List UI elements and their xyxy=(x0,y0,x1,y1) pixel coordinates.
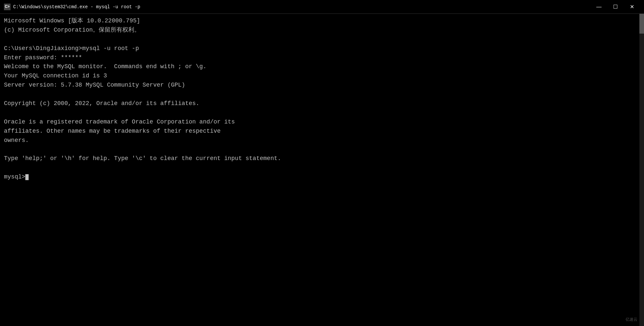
terminal-output: Microsoft Windows [版本 10.0.22000.795] (c… xyxy=(4,16,640,182)
titlebar-controls: — ☐ ✕ xyxy=(591,0,640,14)
maximize-button[interactable]: ☐ xyxy=(607,0,624,14)
scrollbar[interactable] xyxy=(639,14,644,326)
terminal-window: C> C:\Windows\system32\cmd.exe - mysql -… xyxy=(0,0,644,326)
cursor xyxy=(25,174,29,180)
watermark: 亿迷云 xyxy=(626,316,637,323)
titlebar-left: C> C:\Windows\system32\cmd.exe - mysql -… xyxy=(4,4,140,10)
minimize-button[interactable]: — xyxy=(591,0,607,14)
titlebar: C> C:\Windows\system32\cmd.exe - mysql -… xyxy=(0,0,644,14)
cmd-icon: C> xyxy=(4,4,11,10)
titlebar-title: C:\Windows\system32\cmd.exe - mysql -u r… xyxy=(13,4,140,10)
terminal-content[interactable]: Microsoft Windows [版本 10.0.22000.795] (c… xyxy=(0,14,644,326)
close-button[interactable]: ✕ xyxy=(624,0,640,14)
scrollbar-thumb[interactable] xyxy=(639,14,644,34)
